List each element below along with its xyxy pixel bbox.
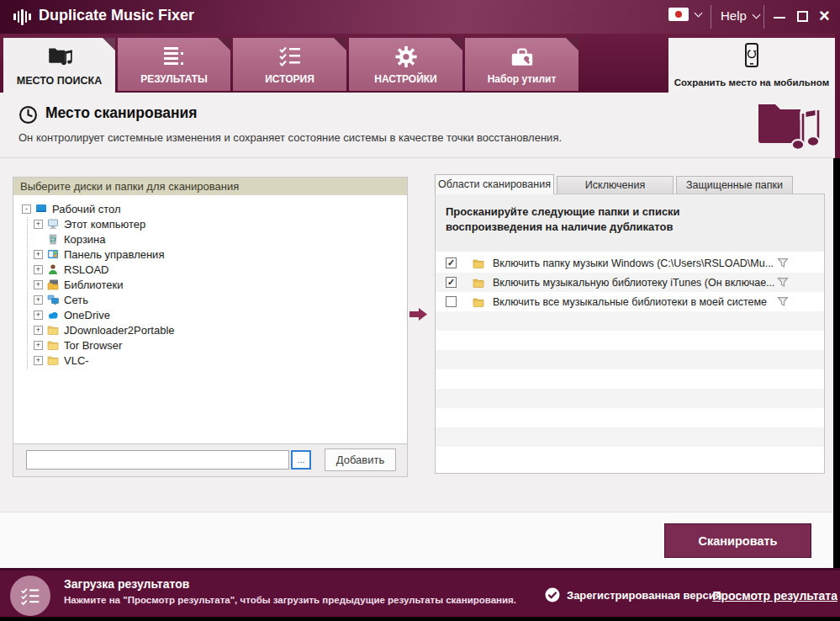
scan-item-row[interactable]: Включить все музыкальные библиотеки в мо… [436, 292, 824, 311]
tree-expander[interactable]: - [22, 204, 31, 214]
maximize-button[interactable] [797, 11, 808, 22]
clock-icon [18, 105, 38, 128]
tree-expander[interactable]: + [34, 356, 43, 365]
folder-icon [472, 277, 485, 289]
tree-item-network[interactable]: + Сеть [13, 292, 407, 307]
save-to-mobile-button[interactable]: Сохранить место на мобильном [668, 38, 835, 93]
save-to-mobile-label: Сохранить место на мобильном [668, 77, 835, 88]
main-content: Выберите диски и папки для сканирования … [0, 158, 833, 512]
check-circle-icon [545, 587, 560, 602]
scan-button[interactable]: Сканировать [664, 523, 811, 558]
page-subtitle: Он контролирует системные изменения и со… [18, 131, 562, 144]
tab-label: РЕЗУЛЬТАТЫ [118, 73, 230, 85]
action-bar: Сканировать [0, 512, 833, 568]
tree-item-desktop[interactable]: - Рабочий стол [13, 201, 407, 216]
folder-icon [472, 296, 485, 308]
tab-exclusions[interactable]: Исключения [557, 176, 674, 194]
tree-expander[interactable]: + [34, 295, 43, 305]
empty-row [436, 331, 824, 350]
language-selector[interactable] [668, 8, 701, 21]
title-bar: Duplicate Music Fixer Help × [0, 0, 840, 34]
tree-item-label: Панель управления [64, 248, 164, 261]
main-tab-bar: МЕСТО ПОИСКА РЕЗУЛЬТАТЫ ИСТОРИЯ [0, 34, 840, 93]
onedrive-cloud-icon [47, 309, 59, 321]
tree-item-label: JDownloader2Portable [64, 324, 175, 337]
computer-icon [47, 218, 59, 230]
tree-item-label: Tor Browser [64, 339, 122, 352]
tree-item-label: Корзина [64, 233, 106, 246]
app-logo-waveform-icon [13, 8, 31, 25]
tab-label: МЕСТО ПОИСКА [3, 75, 115, 87]
titlebar-divider [711, 5, 711, 29]
tree-expander[interactable]: + [34, 220, 43, 229]
tree-expander[interactable]: + [34, 310, 43, 320]
tree-item-label: Библиотеки [64, 279, 123, 291]
close-button[interactable]: × [819, 5, 830, 27]
registered-version-badge: Зарегистрированная версия [545, 587, 721, 602]
tree-item-libraries[interactable]: + Библиотеки [13, 277, 407, 292]
checkbox[interactable]: ✓ [446, 277, 457, 288]
tree-item-folder[interactable]: + Tor Browser [13, 337, 407, 353]
scan-item-label: Включить музыкальную библиотеку iTunes (… [493, 277, 775, 289]
checkbox[interactable] [446, 296, 457, 307]
checklist-icon [20, 586, 40, 606]
tree-item-recycle-bin[interactable]: Корзина [13, 231, 407, 247]
tree-expander[interactable]: + [34, 341, 43, 350]
tree-item-label: OneDrive [64, 309, 110, 321]
empty-row [436, 311, 824, 331]
checkbox[interactable]: ✓ [446, 257, 457, 268]
tree-item-user[interactable]: + RSLOAD [13, 262, 407, 277]
help-menu[interactable]: Help [721, 8, 759, 23]
empty-row [436, 427, 824, 447]
filter-icon[interactable] [777, 277, 789, 288]
registered-version-label: Зарегистрированная версия [567, 589, 721, 602]
app-window: Duplicate Music Fixer Help × МЕС [0, 0, 840, 621]
tree-item-folder[interactable]: + VLC- [13, 353, 407, 368]
tree-expander[interactable]: + [34, 265, 43, 274]
results-list-icon [118, 45, 230, 66]
tree-item-folder[interactable]: + JDownloader2Portable [13, 322, 407, 337]
folder-tree-panel: Выберите диски и папки для сканирования … [13, 177, 408, 477]
tab-label: Набор утилит [465, 73, 578, 85]
gear-icon [349, 45, 462, 68]
tree-item-onedrive[interactable]: + OneDrive [13, 307, 407, 322]
footer-subtitle: Нажмите на "Просмотр результата", чтобы … [64, 595, 516, 605]
arrow-right-icon [409, 307, 428, 325]
tab-settings[interactable]: НАСТРОЙКИ [349, 38, 462, 91]
folder-icon [47, 354, 59, 366]
view-results-link[interactable]: Просмотр результата [712, 589, 837, 602]
toolbox-icon [465, 45, 578, 68]
filter-icon[interactable] [777, 257, 789, 268]
path-input[interactable] [26, 450, 289, 470]
add-path-row: ... Добавить [13, 443, 407, 476]
browse-button[interactable]: ... [291, 450, 311, 470]
app-title: Duplicate Music Fixer [39, 7, 194, 24]
tab-history[interactable]: ИСТОРИЯ [233, 38, 346, 91]
phone-sync-icon [668, 42, 835, 69]
footer-bar: Загрузка результатов Нажмите на "Просмот… [0, 568, 840, 617]
footer-title: Загрузка результатов [64, 577, 189, 591]
scan-item-row[interactable]: ✓ Включить музыкальную библиотеку iTunes… [436, 273, 824, 292]
chevron-down-icon [752, 10, 760, 19]
scan-item-label: Включить папку музыки Windows (C:\Users\… [493, 257, 774, 269]
tree-item-this-pc[interactable]: + Этот компьютер [13, 216, 407, 231]
scan-item-row[interactable]: ✓ Включить папку музыки Windows (C:\User… [436, 253, 824, 273]
add-button[interactable]: Добавить [325, 448, 396, 471]
tab-protected-folders[interactable]: Защищенные папки [676, 176, 793, 194]
filter-icon[interactable] [777, 296, 789, 307]
folder-icon [47, 339, 59, 351]
folder-tree[interactable]: - Рабочий стол + Этот компьютер [13, 195, 407, 444]
tree-item-control-panel[interactable]: + Панель управления [13, 247, 407, 262]
music-folder-illustration-icon [753, 98, 822, 157]
tab-search-location[interactable]: МЕСТО ПОИСКА [3, 38, 115, 93]
minimize-button[interactable] [774, 17, 785, 19]
help-label: Help [721, 8, 747, 23]
tree-expander[interactable]: + [34, 280, 43, 289]
tab-toolkit[interactable]: Набор утилит [465, 38, 578, 91]
scan-items-list: ✓ Включить папку музыки Windows (C:\User… [436, 253, 824, 447]
tab-scan-areas[interactable]: Области сканирования [435, 174, 554, 194]
tree-expander[interactable]: + [34, 326, 43, 335]
tab-results[interactable]: РЕЗУЛЬТАТЫ [118, 38, 230, 91]
desktop-icon [35, 203, 47, 215]
tree-expander[interactable]: + [34, 250, 43, 259]
